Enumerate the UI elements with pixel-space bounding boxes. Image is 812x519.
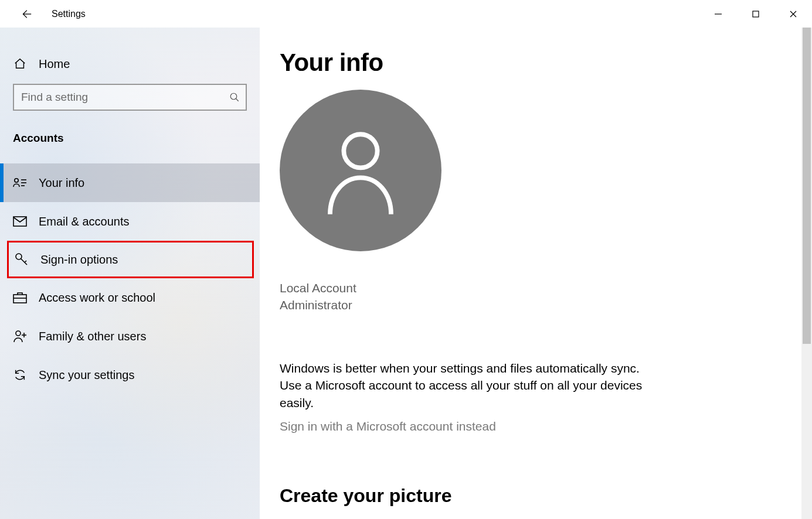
app-title: Settings	[52, 9, 86, 19]
picture-section-title: Create your picture	[280, 485, 812, 507]
close-button[interactable]	[774, 0, 812, 28]
svg-rect-15	[13, 295, 26, 303]
back-button[interactable]	[14, 2, 38, 26]
sidebar-item-label: Family & other users	[39, 330, 146, 343]
minimize-icon	[714, 10, 722, 18]
window-controls	[699, 0, 812, 28]
scrollbar[interactable]	[801, 28, 812, 519]
sidebar: Home Accounts	[0, 28, 260, 519]
sidebar-item-label: Sync your settings	[39, 368, 134, 382]
home-label: Home	[39, 57, 70, 71]
search-icon	[229, 92, 240, 103]
svg-point-5	[230, 93, 237, 100]
avatar	[280, 90, 441, 251]
sidebar-item-sign-in-options[interactable]: Sign-in options	[9, 243, 252, 276]
sidebar-item-access-work-school[interactable]: Access work or school	[0, 278, 260, 317]
page-title: Your info	[280, 49, 812, 77]
close-icon	[789, 10, 797, 18]
sidebar-item-label: Sign-in options	[40, 253, 118, 267]
briefcase-icon	[13, 291, 27, 305]
sidebar-item-family-users[interactable]: Family & other users	[0, 317, 260, 356]
mail-icon	[13, 214, 27, 228]
arrow-left-icon	[19, 8, 32, 21]
account-type: Local Account	[280, 279, 812, 296]
svg-rect-11	[13, 217, 26, 226]
sidebar-item-sync-settings[interactable]: Sync your settings	[0, 356, 260, 394]
sync-icon	[13, 368, 27, 382]
svg-line-13	[21, 259, 28, 265]
maximize-button[interactable]	[737, 0, 774, 28]
sidebar-item-label: Access work or school	[39, 291, 155, 305]
maximize-icon	[752, 10, 760, 18]
sidebar-item-label: Your info	[39, 176, 84, 190]
scrollbar-thumb[interactable]	[803, 28, 811, 344]
sync-description: Windows is better when your settings and…	[280, 360, 643, 411]
svg-point-17	[16, 331, 21, 336]
annotation-highlight: Sign-in options	[7, 241, 254, 278]
svg-point-7	[15, 179, 18, 182]
svg-rect-2	[753, 11, 759, 17]
search-input[interactable]	[13, 84, 247, 111]
ms-signin-link[interactable]: Sign in with a Microsoft account instead	[280, 419, 812, 433]
person-card-icon	[13, 176, 27, 190]
sidebar-item-label: Email & accounts	[39, 215, 130, 228]
svg-line-14	[25, 261, 26, 262]
person-plus-icon	[13, 329, 27, 343]
search-container	[13, 84, 247, 111]
sidebar-item-your-info[interactable]: Your info	[0, 163, 260, 202]
titlebar: Settings	[0, 0, 812, 28]
svg-line-6	[236, 98, 239, 101]
sidebar-item-email-accounts[interactable]: Email & accounts	[0, 202, 260, 241]
minimize-button[interactable]	[699, 0, 737, 28]
home-icon	[13, 57, 27, 71]
home-button[interactable]: Home	[0, 49, 260, 79]
svg-point-20	[344, 134, 377, 168]
person-icon	[322, 127, 399, 214]
main-content: Your info Local Account Administrator Wi…	[260, 28, 812, 519]
section-header: Accounts	[0, 132, 260, 145]
account-role: Administrator	[280, 296, 812, 313]
key-icon	[15, 252, 29, 267]
